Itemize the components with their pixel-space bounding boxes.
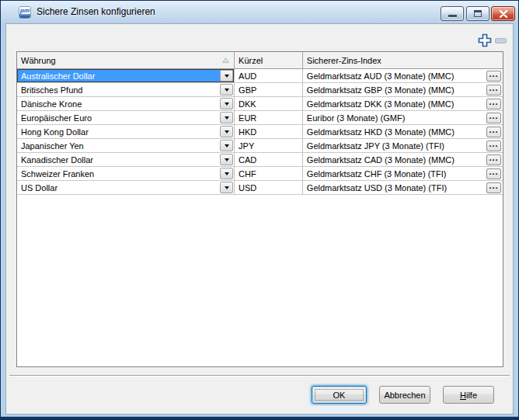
- table-header: Währung Kürzel Sicherer-Zins-Index: [17, 52, 503, 69]
- app-icon: pm: [19, 6, 31, 19]
- index-cell: Geldmarktsatz DKK (3 Monate) (MMC) ...: [303, 97, 503, 111]
- chevron-down-icon: [225, 144, 229, 148]
- chevron-down-icon: [225, 172, 229, 175]
- currency-combobox[interactable]: Europäischer Euro: [17, 111, 235, 125]
- table-row: Europäischer Euro EUR Euribor (3 Monate)…: [17, 111, 503, 125]
- currency-code: USD: [235, 181, 303, 195]
- browse-button[interactable]: ...: [486, 127, 501, 137]
- minimize-icon: [448, 15, 457, 17]
- sort-ascending-icon: [222, 57, 229, 63]
- table-row: Japanischer Yen JPY Geldmarktsatz JPY (3…: [17, 139, 503, 153]
- currency-combobox[interactable]: US Dollar: [17, 181, 235, 195]
- dropdown-button[interactable]: [220, 112, 233, 123]
- app-icon-text: pm: [20, 7, 30, 14]
- dropdown-button[interactable]: [220, 140, 233, 151]
- dropdown-button[interactable]: [220, 98, 233, 109]
- column-header-index[interactable]: Sicherer-Zins-Index: [303, 52, 503, 68]
- separator: [9, 375, 510, 377]
- column-header-label: Währung: [21, 56, 56, 65]
- chevron-down-icon: [225, 158, 229, 161]
- browse-button[interactable]: ...: [486, 182, 501, 193]
- browse-button[interactable]: ...: [486, 99, 501, 109]
- currency-value: Hong Kong Dollar: [17, 125, 220, 138]
- index-cell: Geldmarktsatz AUD (3 Monate) (MMC) ...: [303, 69, 503, 83]
- chevron-down-icon: [225, 75, 229, 78]
- currency-value: Dänische Krone: [17, 97, 220, 110]
- help-accelerator: H: [460, 390, 466, 400]
- currency-code: CHF: [235, 167, 303, 181]
- currency-combobox[interactable]: Dänische Krone: [17, 97, 235, 111]
- plus-icon: [478, 33, 492, 47]
- currency-combobox[interactable]: Australischer Dollar: [17, 69, 235, 83]
- help-button[interactable]: Hilfe: [443, 386, 494, 404]
- minus-icon: [495, 38, 507, 43]
- browse-button[interactable]: ...: [486, 141, 501, 151]
- browse-button[interactable]: ...: [486, 71, 501, 82]
- table-row: Kanadischer Dollar CAD Geldmarktsatz CAD…: [17, 153, 503, 167]
- currency-code: GBP: [235, 83, 303, 97]
- currency-value: Kanadischer Dollar: [17, 153, 220, 166]
- table-row: Australischer Dollar AUD Geldmarktsatz A…: [17, 69, 503, 83]
- maximize-button[interactable]: [466, 6, 489, 21]
- currency-value: Japanischer Yen: [17, 139, 220, 152]
- cancel-button[interactable]: Abbrechen: [379, 386, 430, 404]
- currency-code: JPY: [235, 139, 303, 153]
- index-value: Geldmarktsatz DKK (3 Monate) (MMC): [303, 99, 486, 109]
- currency-combobox[interactable]: Kanadischer Dollar: [17, 153, 235, 167]
- index-cell: Geldmarktsatz HKD (3 Monate) (MMC) ...: [303, 125, 503, 139]
- dropdown-button[interactable]: [220, 126, 233, 137]
- currency-value: Australischer Dollar: [17, 69, 220, 82]
- table-row: US Dollar USD Geldmarktsatz USD (3 Monat…: [17, 181, 503, 195]
- index-value: Euribor (3 Monate) (GMF): [303, 113, 486, 123]
- index-value: Geldmarktsatz GBP (3 Monate) (MMC): [303, 85, 486, 95]
- column-header-currency[interactable]: Währung: [17, 52, 235, 68]
- browse-button[interactable]: ...: [486, 154, 501, 165]
- dropdown-button[interactable]: [220, 154, 233, 165]
- currency-table: Währung Kürzel Sicherer-Zins-Index Austr…: [16, 51, 503, 367]
- column-header-label: Kürzel: [239, 56, 263, 65]
- chevron-down-icon: [225, 186, 229, 189]
- dialog-content: Währung Kürzel Sicherer-Zins-Index Austr…: [5, 23, 514, 415]
- help-label-rest: ilfe: [466, 390, 477, 400]
- currency-value: Britisches Pfund: [17, 83, 220, 96]
- chevron-down-icon: [225, 102, 229, 106]
- column-header-label: Sicherer-Zins-Index: [307, 56, 381, 65]
- dropdown-button[interactable]: [220, 168, 233, 179]
- chevron-down-icon: [225, 116, 229, 120]
- maximize-icon: [474, 10, 482, 17]
- dropdown-button[interactable]: [220, 84, 233, 95]
- titlebar[interactable]: pm Sichere Zinsen konfigurieren: [1, 1, 518, 23]
- window-bottom-frame: [1, 416, 518, 419]
- column-header-code[interactable]: Kürzel: [235, 52, 303, 68]
- add-row-button[interactable]: [477, 33, 492, 47]
- table-row: Hong Kong Dollar HKD Geldmarktsatz HKD (…: [17, 125, 503, 139]
- browse-button[interactable]: ...: [486, 85, 501, 95]
- currency-combobox[interactable]: Britisches Pfund: [17, 83, 235, 97]
- dropdown-button[interactable]: [220, 182, 233, 193]
- index-value: Geldmarktsatz JPY (3 Monate) (TFI): [303, 141, 486, 151]
- index-cell: Geldmarktsatz CAD (3 Monate) (MMC) ...: [303, 153, 503, 167]
- index-value: Geldmarktsatz CHF (3 Monate) (TFI): [303, 169, 486, 179]
- index-value: Geldmarktsatz CAD (3 Monate) (MMC): [303, 155, 486, 165]
- currency-combobox[interactable]: Japanischer Yen: [17, 139, 235, 153]
- index-cell: Geldmarktsatz CHF (3 Monate) (TFI) ...: [303, 167, 503, 181]
- table-row: Britisches Pfund GBP Geldmarktsatz GBP (…: [17, 83, 503, 97]
- currency-combobox[interactable]: Hong Kong Dollar: [17, 125, 235, 139]
- browse-button[interactable]: ...: [486, 113, 501, 123]
- index-value: Geldmarktsatz AUD (3 Monate) (MMC): [303, 71, 486, 81]
- browse-button[interactable]: ...: [486, 168, 501, 179]
- minimize-button[interactable]: [441, 6, 464, 21]
- currency-combobox[interactable]: Schweizer Franken: [17, 167, 235, 181]
- index-value: Geldmarktsatz USD (3 Monate) (TFI): [303, 183, 486, 193]
- dialog-window: pm Sichere Zinsen konfigurieren: [0, 0, 519, 420]
- index-cell: Euribor (3 Monate) (GMF) ...: [303, 111, 503, 125]
- ok-button[interactable]: OK: [312, 386, 367, 404]
- table-row: Dänische Krone DKK Geldmarktsatz DKK (3 …: [17, 97, 503, 111]
- close-button[interactable]: [491, 6, 515, 21]
- remove-row-button[interactable]: [494, 37, 507, 44]
- currency-code: EUR: [235, 111, 303, 125]
- window-title: Sichere Zinsen konfigurieren: [37, 1, 155, 23]
- index-value: Geldmarktsatz HKD (3 Monate) (MMC): [303, 127, 486, 137]
- dropdown-button[interactable]: [220, 70, 233, 82]
- index-cell: Geldmarktsatz USD (3 Monate) (TFI) ...: [303, 181, 503, 195]
